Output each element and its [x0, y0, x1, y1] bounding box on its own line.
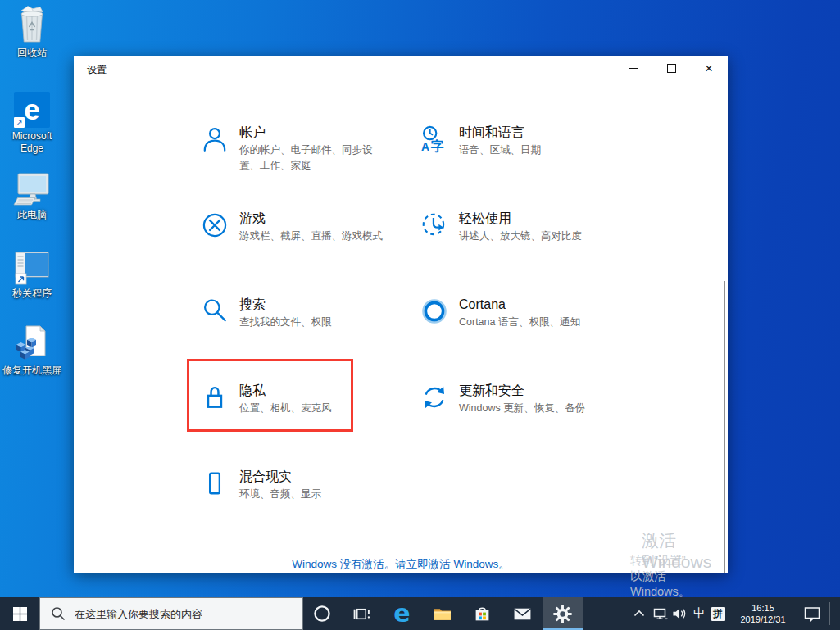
folder-icon: [433, 606, 452, 622]
start-button[interactable]: [0, 597, 39, 630]
category-title: 轻松使用: [459, 211, 656, 227]
gear-icon: [552, 604, 573, 624]
desktop-icon-label: 回收站: [0, 47, 64, 59]
taskbar-store-button[interactable]: [462, 597, 502, 630]
tray-ime-badge[interactable]: 拼: [709, 597, 727, 630]
minimize-icon: [629, 68, 638, 69]
action-center-button[interactable]: [801, 597, 823, 630]
cortana-circle-icon: [313, 605, 331, 623]
refresh-arrows-icon: [420, 383, 448, 411]
taskbar-search-box[interactable]: [39, 597, 303, 630]
window-titlebar[interactable]: 设置 ×: [74, 56, 728, 82]
person-icon: [201, 125, 229, 153]
edge-icon: e: [393, 599, 410, 628]
show-desktop-button[interactable]: [830, 597, 840, 630]
magnifier-icon: [201, 297, 229, 325]
category-title: Cortana: [459, 297, 656, 313]
tray-chevron-button[interactable]: [631, 597, 647, 630]
ime-chinese-label: 中: [693, 606, 705, 621]
category-cortana[interactable]: Cortana Cortana 语言、权限、通知: [420, 297, 656, 330]
desktop-icon-recycle-bin[interactable]: 回收站: [0, 5, 64, 59]
close-icon: ×: [705, 61, 713, 75]
category-title: 搜索: [239, 297, 387, 313]
category-update-security[interactable]: 更新和安全 Windows 更新、恢复、备份: [420, 383, 656, 416]
task-view-icon: [353, 606, 370, 622]
taskbar-task-view-button[interactable]: [342, 597, 382, 630]
category-accounts[interactable]: 帐户 你的帐户、电子邮件、同步设置、工作、家庭: [201, 125, 387, 174]
category-desc: 你的帐户、电子邮件、同步设置、工作、家庭: [239, 143, 387, 174]
windows-logo-icon: [13, 607, 27, 621]
program-window-icon: [0, 246, 64, 285]
pinyin-ime-icon: 拼: [711, 607, 725, 621]
category-desc: Windows 更新、恢复、备份: [459, 401, 656, 416]
cortana-icon: [420, 297, 448, 325]
close-button[interactable]: ×: [690, 56, 728, 80]
tray-ime-mode[interactable]: 中: [691, 597, 707, 630]
recycle-bin-icon: [0, 5, 64, 44]
taskbar-settings-button[interactable]: [543, 597, 583, 630]
desktop: 回收站 e ↗ Microsoft Edge 此电脑: [0, 0, 840, 630]
ease-of-access-icon: [420, 211, 448, 239]
category-title: 帐户: [239, 125, 387, 141]
search-input[interactable]: [73, 607, 281, 621]
clock-language-icon: A 字: [420, 125, 448, 153]
category-search[interactable]: 搜索 查找我的文件、权限: [201, 297, 387, 330]
category-desc: 语音、区域、日期: [459, 143, 656, 158]
clock-time: 16:15: [751, 602, 774, 614]
taskbar-file-explorer-button[interactable]: [422, 597, 462, 630]
category-mixed-reality[interactable]: 混合现实 环境、音频、显示: [201, 469, 387, 502]
svg-text:A: A: [421, 140, 429, 153]
category-title: 时间和语言: [459, 125, 656, 141]
category-desc: 查找我的文件、权限: [239, 315, 387, 330]
shortcut-arrow-icon: ↗: [14, 117, 25, 128]
xbox-icon: [201, 211, 229, 239]
lock-icon: [201, 383, 229, 411]
desktop-icon-edge[interactable]: e ↗ Microsoft Edge: [0, 88, 64, 155]
tray-network-button[interactable]: [650, 597, 670, 630]
category-title: 游戏: [239, 211, 387, 227]
window-scrollbar[interactable]: [724, 281, 725, 573]
minimize-button[interactable]: [615, 56, 652, 80]
search-icon: [51, 606, 66, 621]
svg-text:字: 字: [431, 138, 444, 153]
category-desc: 游戏栏、截屏、直播、游戏模式: [239, 229, 387, 244]
desktop-icon-label: 此电脑: [0, 209, 64, 221]
settings-window: 设置 × 帐户 你的帐户、电子邮件、同步设置、工作、家庭: [74, 56, 728, 573]
speaker-icon: [672, 607, 688, 620]
desktop-icon-label: 修复开机黑屏: [0, 365, 64, 377]
category-title: 更新和安全: [459, 383, 656, 399]
desktop-icon-registry-file[interactable]: 修复开机黑屏: [0, 323, 64, 377]
mixed-reality-icon: [201, 469, 229, 497]
store-icon: [474, 605, 491, 623]
edge-icon: e ↗: [0, 88, 64, 128]
maximize-icon: [667, 64, 676, 73]
desktop-icon-this-pc[interactable]: 此电脑: [0, 167, 64, 221]
maximize-button[interactable]: [652, 56, 690, 80]
taskbar-edge-button[interactable]: e: [382, 597, 422, 630]
category-desc: Cortana 语言、权限、通知: [459, 315, 656, 330]
category-title: 隐私: [239, 383, 387, 399]
network-icon: [652, 607, 669, 621]
taskbar-cortana-button[interactable]: [302, 597, 342, 630]
chevron-up-icon: [633, 610, 645, 618]
category-desc: 讲述人、放大镜、高对比度: [459, 229, 656, 244]
category-time-language[interactable]: A 字 时间和语言 语音、区域、日期: [420, 125, 656, 158]
category-gaming[interactable]: 游戏 游戏栏、截屏、直播、游戏模式: [201, 211, 387, 244]
this-pc-icon: [0, 167, 64, 206]
category-desc: 环境、音频、显示: [239, 487, 387, 502]
desktop-icon-label: Microsoft Edge: [0, 130, 64, 155]
action-center-icon: [804, 606, 820, 622]
clock-date: 2019/12/31: [740, 614, 785, 625]
registry-file-icon: [0, 323, 64, 362]
tray-volume-button[interactable]: [670, 597, 690, 630]
window-title: 设置: [87, 63, 107, 77]
category-title: 混合现实: [239, 469, 387, 485]
tray-clock[interactable]: 16:15 2019/12/31: [734, 597, 792, 630]
activation-link[interactable]: Windows 没有激活。请立即激活 Windows。: [292, 558, 510, 570]
category-desc: 位置、相机、麦克风: [239, 401, 387, 416]
desktop-icon-program[interactable]: 秒关程序: [0, 246, 64, 300]
taskbar-mail-button[interactable]: [502, 597, 543, 630]
category-ease-of-access[interactable]: 轻松使用 讲述人、放大镜、高对比度: [420, 211, 656, 244]
activation-link-row: Windows 没有激活。请立即激活 Windows。: [74, 556, 728, 572]
category-privacy[interactable]: 隐私 位置、相机、麦克风: [201, 383, 387, 416]
